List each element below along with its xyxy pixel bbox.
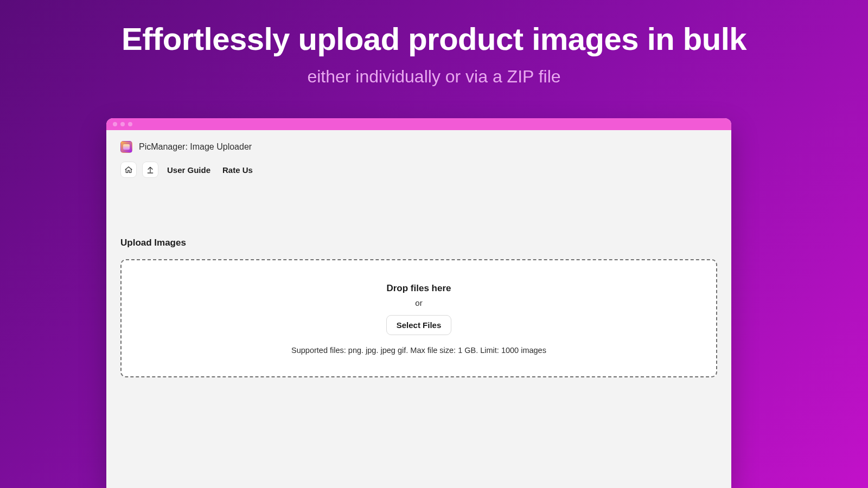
app-logo-icon bbox=[120, 141, 132, 153]
dropzone-hint: Supported files: png. jpg. jpeg gif. Max… bbox=[132, 346, 705, 355]
upload-section-title: Upload Images bbox=[120, 237, 717, 248]
traffic-light-minimize[interactable] bbox=[120, 122, 125, 126]
home-button[interactable] bbox=[120, 162, 137, 178]
app-title: PicManager: Image Uploader bbox=[139, 142, 252, 152]
dropzone-title: Drop files here bbox=[132, 283, 705, 294]
window-titlebar bbox=[106, 118, 731, 130]
toolbar: User Guide Rate Us bbox=[106, 159, 731, 178]
upload-section: Upload Images Drop files here or Select … bbox=[106, 178, 731, 377]
file-dropzone[interactable]: Drop files here or Select Files Supporte… bbox=[120, 259, 717, 377]
hero-subtitle: either individually or via a ZIP file bbox=[0, 67, 868, 87]
upload-icon bbox=[146, 165, 155, 174]
hero-title: Effortlessly upload product images in bu… bbox=[0, 21, 868, 57]
hero-banner: Effortlessly upload product images in bu… bbox=[0, 0, 868, 87]
app-window: PicManager: Image Uploader User Guide Ra… bbox=[106, 118, 731, 488]
app-header: PicManager: Image Uploader bbox=[106, 130, 731, 159]
user-guide-link[interactable]: User Guide bbox=[164, 163, 214, 177]
dropzone-or-label: or bbox=[132, 298, 705, 307]
traffic-light-close[interactable] bbox=[113, 122, 117, 126]
upload-button[interactable] bbox=[142, 162, 158, 178]
traffic-light-zoom[interactable] bbox=[128, 122, 132, 126]
rate-us-link[interactable]: Rate Us bbox=[219, 163, 256, 177]
home-icon bbox=[124, 165, 133, 174]
select-files-button[interactable]: Select Files bbox=[386, 315, 452, 335]
